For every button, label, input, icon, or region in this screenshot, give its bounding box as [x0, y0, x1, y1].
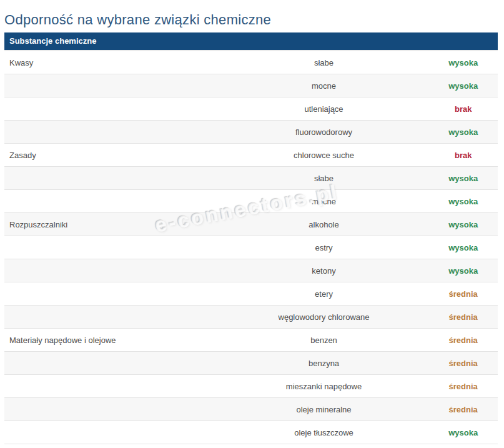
table-row: oleje mineralne średnia: [4, 398, 498, 421]
table-row: Rozpuszczalniki alkohole wysoka: [4, 213, 498, 236]
resistance-cell: średnia: [428, 359, 498, 368]
substance-cell: mocne: [219, 81, 429, 91]
resistance-value: wysoka: [448, 174, 478, 183]
substance-cell: etery: [219, 289, 429, 299]
table-row: etery średnia: [4, 282, 498, 306]
resistance-cell: wysoka: [428, 174, 498, 183]
resistance-value: średnia: [449, 289, 478, 299]
substance-cell: oleje mineralne: [219, 405, 429, 414]
table-row: estry wysoka: [4, 236, 498, 259]
resistance-cell: średnia: [428, 382, 498, 391]
resistance-cell: wysoka: [428, 220, 498, 229]
resistance-value: wysoka: [448, 197, 478, 206]
resistance-cell: wysoka: [428, 127, 498, 137]
resistance-value: wysoka: [448, 428, 478, 437]
resistance-value: średnia: [449, 359, 478, 368]
substance-cell: słabe: [219, 174, 429, 183]
resistance-cell: brak: [428, 104, 498, 114]
resistance-value: wysoka: [448, 220, 478, 229]
category-cell: Materiały napędowe i olejowe: [4, 336, 219, 345]
substance-cell: ketony: [219, 266, 429, 276]
substance-cell: słabe: [219, 58, 429, 67]
resistance-value: średnia: [449, 336, 478, 345]
table-row: fluorowodorowy wysoka: [4, 121, 498, 144]
resistance-cell: wysoka: [428, 197, 498, 206]
substance-cell: oleje tłuszczowe: [219, 428, 429, 437]
category-cell: Rozpuszczalniki: [4, 220, 219, 229]
resistance-value: średnia: [449, 382, 478, 391]
substance-cell: mieszanki napędowe: [219, 382, 429, 391]
chemical-resistance-table: Substancje chemiczne Kwasy słabe wysoka …: [4, 32, 498, 444]
resistance-cell: wysoka: [428, 428, 498, 437]
table-row: mocne wysoka: [4, 190, 498, 213]
resistance-cell: średnia: [428, 289, 498, 299]
substance-cell: utleniające: [219, 104, 429, 114]
resistance-value: wysoka: [448, 81, 478, 91]
resistance-cell: wysoka: [428, 266, 498, 276]
resistance-cell: średnia: [428, 312, 498, 322]
resistance-cell: średnia: [428, 336, 498, 345]
substance-cell: benzyna: [219, 359, 429, 368]
resistance-value: średnia: [449, 405, 478, 414]
resistance-value: brak: [455, 104, 472, 114]
resistance-cell: średnia: [428, 405, 498, 414]
table-body: Kwasy słabe wysoka mocne wysoka utleniaj…: [4, 50, 498, 444]
resistance-cell: wysoka: [428, 81, 498, 91]
resistance-value: brak: [455, 151, 472, 160]
resistance-value: wysoka: [448, 58, 478, 67]
substance-cell: alkohole: [219, 220, 429, 229]
table-row: Kwasy słabe wysoka: [4, 51, 498, 74]
resistance-value: wysoka: [448, 243, 478, 252]
substance-cell: węglowodory chlorowane: [219, 312, 429, 322]
category-cell: Kwasy: [4, 58, 219, 67]
table-row: oleje tłuszczowe wysoka: [4, 421, 498, 444]
resistance-value: średnia: [449, 312, 478, 322]
resistance-cell: wysoka: [428, 243, 498, 252]
table-row: utleniające brak: [4, 97, 498, 121]
table-row: mieszanki napędowe średnia: [4, 375, 498, 398]
table-header: Substancje chemiczne: [4, 32, 498, 50]
table-row: Zasady chlorowce suche brak: [4, 144, 498, 167]
resistance-cell: brak: [428, 151, 498, 160]
table-row: benzyna średnia: [4, 352, 498, 375]
table-row: węglowodory chlorowane średnia: [4, 306, 498, 329]
table-row: ketony wysoka: [4, 259, 498, 282]
table-row: Materiały napędowe i olejowe benzen śred…: [4, 329, 498, 352]
substance-cell: benzen: [219, 336, 429, 345]
resistance-value: wysoka: [448, 127, 478, 137]
substance-cell: fluorowodorowy: [219, 127, 429, 137]
substance-cell: mocne: [219, 197, 429, 206]
table-row: mocne wysoka: [4, 74, 498, 97]
page-title: Odporność na wybrane związki chemiczne: [4, 12, 271, 28]
substance-cell: estry: [219, 243, 429, 252]
category-cell: Zasady: [4, 151, 219, 160]
substance-cell: chlorowce suche: [219, 151, 429, 160]
resistance-value: wysoka: [448, 266, 478, 276]
resistance-cell: wysoka: [428, 58, 498, 67]
table-row: słabe wysoka: [4, 167, 498, 190]
